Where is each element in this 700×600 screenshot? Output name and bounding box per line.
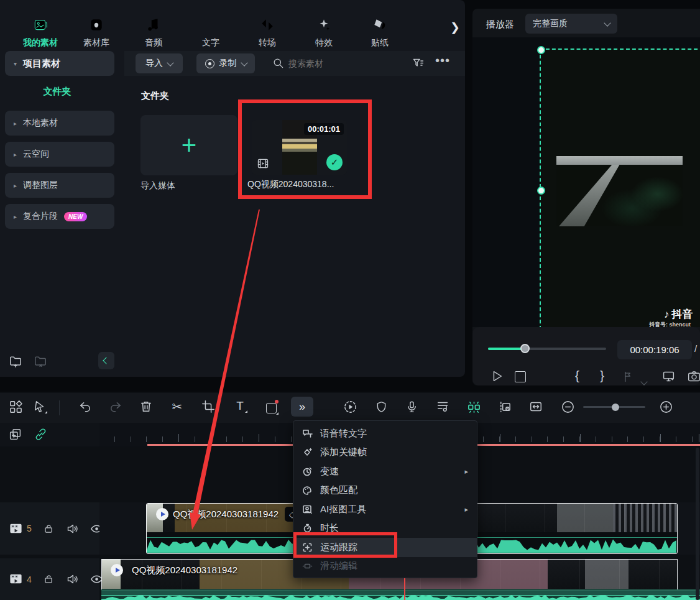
mark-out-button[interactable]: }: [600, 368, 604, 383]
trash-icon[interactable]: [138, 399, 154, 415]
lock-icon[interactable]: [43, 523, 55, 535]
scissors-icon[interactable]: ✂: [169, 399, 185, 415]
player-controls: 00:00:19:06 / { }: [472, 327, 700, 385]
menu-item-color-match[interactable]: 颜色匹配: [293, 481, 477, 501]
record-button[interactable]: 录制: [196, 53, 255, 73]
tab-audio[interactable]: 音频: [126, 16, 182, 48]
more-tools-button[interactable]: »: [291, 397, 313, 417]
tab-transition[interactable]: 转场: [239, 16, 295, 48]
menu-item-speech-to-text[interactable]: 语音转文字: [293, 424, 477, 443]
menu-item-add-keyframe[interactable]: 添加关键帧: [293, 443, 477, 463]
speaker-icon[interactable]: [66, 573, 79, 586]
tab-label: 贴纸: [352, 37, 408, 48]
sidebar-item-label: 调整图层: [23, 180, 58, 191]
sticker-icon: [352, 16, 408, 34]
ai-matting-icon: [302, 504, 313, 515]
select-cursor-icon[interactable]: [32, 399, 48, 415]
mask-icon[interactable]: [263, 400, 279, 416]
filter-icon[interactable]: [412, 57, 425, 70]
playhead[interactable]: [404, 578, 405, 600]
tab-library[interactable]: 素材库: [68, 16, 124, 48]
tab-effects[interactable]: 特效: [296, 16, 352, 48]
menu-item-slip-edit: 滑动编辑: [293, 557, 477, 576]
video-track-icon: [9, 522, 23, 536]
music-note-icon: ♪: [664, 308, 670, 321]
new-folder-icon[interactable]: [9, 354, 22, 368]
blocks-icon[interactable]: [7, 399, 24, 415]
selection-handle[interactable]: [537, 187, 545, 195]
speaker-icon[interactable]: [66, 522, 79, 535]
selection-handle[interactable]: [537, 46, 545, 54]
import-button[interactable]: 导入: [136, 53, 183, 73]
zoom-out-icon[interactable]: [560, 399, 576, 415]
tab-text[interactable]: 文字: [183, 16, 239, 48]
play-button[interactable]: [490, 369, 504, 383]
fit-timeline-icon[interactable]: [528, 399, 544, 415]
clip-audio-band[interactable]: [101, 589, 700, 600]
transition-icon: [239, 16, 295, 34]
zoom-slider[interactable]: [583, 406, 645, 408]
tabs-expand-arrow[interactable]: ❯: [450, 20, 460, 34]
tab-label: 文字: [183, 37, 239, 48]
collapse-sidebar-button[interactable]: [98, 352, 114, 369]
clip-title: QQ视频20240303181942: [132, 565, 237, 576]
import-media-tile[interactable]: +: [140, 115, 237, 175]
import-media-label: 导入媒体: [140, 180, 175, 192]
tab-sticker[interactable]: 贴纸: [352, 16, 408, 48]
seek-slider-track[interactable]: [488, 348, 606, 350]
road: [556, 165, 683, 226]
zoom-slider-handle[interactable]: [612, 404, 619, 411]
marker-dropdown-chevron[interactable]: [642, 376, 647, 387]
sidebar-item-local-media[interactable]: ▸ 本地素材: [5, 111, 114, 136]
stop-button[interactable]: [515, 371, 526, 382]
render-preview-icon[interactable]: [342, 399, 358, 415]
tab-label: 特效: [296, 37, 352, 48]
redo-icon[interactable]: [107, 399, 123, 415]
marker-button[interactable]: [622, 371, 634, 383]
link-icon[interactable]: [34, 428, 47, 441]
add-overlay-icon[interactable]: [9, 428, 22, 441]
search-input[interactable]: [287, 55, 395, 72]
plus-icon: +: [182, 131, 197, 160]
track-number: 4: [27, 575, 32, 584]
delete-folder-icon[interactable]: [34, 354, 47, 368]
split-icon[interactable]: [466, 399, 482, 415]
chevron-down-icon: [241, 59, 247, 66]
filmstrip-frame: [613, 504, 678, 532]
menu-label: 滑动编辑: [320, 560, 357, 572]
tab-my-media[interactable]: 我的素材: [12, 16, 68, 48]
effects-icon: [296, 16, 352, 34]
track-number: 5: [27, 524, 32, 533]
microphone-icon[interactable]: [403, 399, 420, 415]
search-icon: [272, 57, 284, 69]
shield-icon[interactable]: [373, 399, 389, 415]
annotation-box-media-item: [238, 99, 372, 199]
quality-dropdown[interactable]: 完整画质: [525, 14, 617, 34]
sidebar-item-compound-clip[interactable]: ▸ 复合片段 NEW: [5, 204, 114, 229]
sidebar-item-adjustment-layer[interactable]: ▸ 调整图层: [5, 173, 114, 198]
menu-label: 变速: [320, 466, 339, 478]
clip-title: QQ视频20240303181942: [173, 509, 279, 520]
vertical-scrollbar[interactable]: [696, 448, 699, 600]
text-icon: [183, 16, 239, 34]
sidebar-folder-tab[interactable]: 文件夹: [0, 86, 114, 98]
sidebar-item-cloud-space[interactable]: ▸ 云空间: [5, 142, 114, 167]
sidebar-project-header[interactable]: ▾ 项目素材: [5, 51, 114, 76]
chevron-down-icon: [604, 19, 610, 26]
menu-item-speed[interactable]: 变速 ▸: [293, 462, 477, 481]
mark-in-button[interactable]: {: [575, 368, 579, 383]
add-text-icon[interactable]: T: [232, 398, 248, 414]
menu-item-ai-matting[interactable]: AI抠图工具 ▸: [293, 500, 477, 519]
undo-icon[interactable]: [77, 399, 93, 415]
more-options-icon[interactable]: •••: [435, 53, 450, 68]
audio-list-icon[interactable]: [435, 399, 451, 415]
lock-icon[interactable]: [43, 573, 55, 585]
keyframe-view-icon[interactable]: [497, 399, 513, 415]
current-time[interactable]: 00:00:19:06: [617, 340, 692, 359]
snapshot-camera-icon[interactable]: [688, 370, 700, 383]
zoom-in-icon[interactable]: [658, 399, 674, 415]
display-device-icon[interactable]: [662, 370, 675, 383]
submenu-arrow-icon: ▸: [464, 468, 468, 476]
seek-slider-handle[interactable]: [520, 344, 530, 353]
crop-icon[interactable]: [200, 399, 216, 415]
